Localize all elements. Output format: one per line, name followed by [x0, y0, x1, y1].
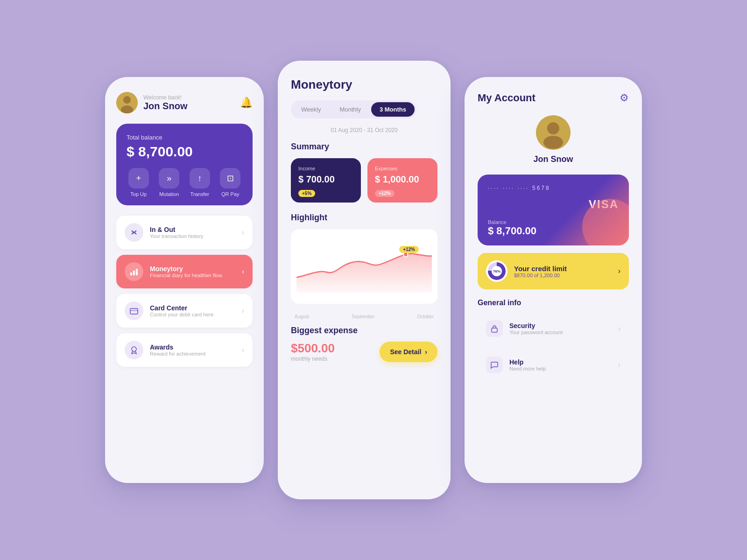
tab-3months[interactable]: 3 Months [371, 102, 415, 117]
gear-icon[interactable]: ⚙ [620, 92, 629, 104]
see-detail-arrow-icon: › [425, 348, 427, 356]
balance-amount: $ 8,700.00 [127, 144, 242, 160]
avatar [116, 92, 138, 113]
welcome-text: Welcome back! [143, 94, 240, 101]
see-detail-label: See Detail [390, 348, 421, 356]
p1-header: Welcome back! Jon Snow 🔔 [116, 92, 253, 113]
awards-icon [125, 341, 143, 359]
summary-title: Summary [291, 142, 437, 152]
p1-header-text: Welcome back! Jon Snow [143, 94, 240, 112]
summary-cards: Income $ 700.00 +5% Expenses $ 1,000.00 … [291, 158, 437, 203]
biggest-expense-title: Biggest expense [291, 326, 437, 336]
biggest-expense-info: $500.00 monthly needs [291, 341, 335, 362]
inout-text: In & Out Your transaction history [150, 226, 242, 239]
biggest-expense-row: $500.00 monthly needs See Detail › [291, 341, 437, 362]
moneytory-page-title: Moneytory [291, 77, 437, 92]
mutation-action[interactable]: » Mutation [159, 168, 179, 197]
expense-card: Expenses $ 1,000.00 +12% [367, 158, 437, 203]
income-card: Income $ 700.00 +5% [291, 158, 361, 203]
profile-avatar [536, 115, 571, 150]
credit-chevron-icon: › [618, 267, 620, 275]
menu-item-inout[interactable]: In & Out Your transaction history › [116, 216, 253, 249]
topup-action[interactable]: + Top Up [128, 168, 149, 197]
inout-chevron-icon: › [242, 228, 244, 237]
credit-donut-chart: 76% [486, 260, 507, 282]
highlight-chart: +12% [291, 229, 437, 304]
svg-point-1 [123, 96, 131, 104]
time-tabs: Weekly Monthly 3 Months [291, 100, 416, 119]
qrpay-button[interactable]: ⊡ [220, 168, 240, 189]
cardcenter-title: Card Center [150, 304, 242, 312]
chart-badge: +12% [399, 246, 419, 253]
menu-item-moneytory[interactable]: Moneytory Financial diary for healthier … [116, 255, 253, 288]
biggest-sub: monthly needs [291, 356, 335, 362]
profile-section: Jon Snow [478, 115, 629, 164]
expense-amount: $ 1,000.00 [375, 174, 430, 185]
help-text: Help Need more help [509, 358, 618, 371]
menu-item-cardcenter[interactable]: Card Center Control your debit card here… [116, 294, 253, 328]
svg-rect-13 [492, 328, 497, 332]
chart-label-august: August [295, 314, 309, 319]
svg-rect-4 [133, 271, 135, 275]
credit-limit-button[interactable]: 76% Your credit limit $870.00 of 1,200.0… [478, 253, 629, 289]
cardcenter-sub: Control your debit card here [150, 312, 242, 317]
mutation-button[interactable]: » [159, 168, 179, 189]
chart-labels: August September October [291, 314, 437, 319]
moneytory-chevron-icon: › [242, 267, 244, 276]
menu-item-awards[interactable]: Awards Reward for achievement › [116, 333, 253, 367]
see-detail-button[interactable]: See Detail › [380, 342, 437, 362]
chart-label-october: October [417, 314, 434, 319]
awards-title: Awards [150, 343, 242, 351]
user-name: Jon Snow [143, 101, 240, 112]
general-info-title: General info [478, 299, 629, 307]
inout-title: In & Out [150, 226, 242, 233]
card-number: ···· ···· ···· 5678 [488, 185, 619, 191]
transfer-button[interactable]: ↑ [190, 168, 210, 189]
credit-card: ···· ···· ···· 5678 VISA Balance $ 8,700… [478, 175, 629, 245]
security-text: Security Your password account [509, 322, 618, 335]
transfer-action[interactable]: ↑ Transfer [190, 168, 210, 197]
svg-rect-7 [130, 310, 138, 311]
income-badge: +5% [298, 190, 315, 197]
svg-rect-3 [130, 273, 132, 275]
qrpay-action[interactable]: ⊡ QR Pay [220, 168, 240, 197]
security-sub: Your password account [509, 329, 618, 335]
lock-icon [486, 320, 503, 337]
myaccount-title: My Account [478, 92, 536, 104]
moneytory-title: Moneytory [150, 265, 242, 273]
info-item-security[interactable]: Security Your password account › [478, 313, 629, 344]
cardcenter-text: Card Center Control your debit card here [150, 304, 242, 317]
expense-label: Expenses [375, 166, 430, 171]
moneytory-icon [125, 262, 143, 281]
donut-chart: 76% [488, 262, 506, 280]
balance-label: Total balance [127, 134, 242, 141]
credit-info: Your credit limit $870.00 of 1,200.00 [514, 265, 618, 278]
transfer-label: Transfer [190, 191, 209, 197]
svg-point-12 [543, 136, 563, 149]
help-chevron-icon: › [618, 361, 620, 369]
tab-weekly[interactable]: Weekly [293, 102, 329, 117]
tab-monthly[interactable]: Monthly [331, 102, 369, 117]
highlight-title: Highlight [291, 213, 437, 223]
bell-icon[interactable]: 🔔 [240, 97, 253, 109]
moneytory-text: Moneytory Financial diary for healthier … [150, 265, 242, 278]
credit-sub: $870.00 of 1,200.00 [514, 273, 618, 278]
expense-badge: +12% [375, 190, 395, 197]
security-chevron-icon: › [618, 324, 620, 333]
awards-sub: Reward for achievement [150, 351, 242, 357]
quick-actions: + Top Up » Mutation ↑ Transfer ⊡ QR Pay [127, 168, 242, 197]
p3-header: My Account ⚙ [478, 92, 629, 104]
info-item-help[interactable]: Help Need more help › [478, 349, 629, 381]
moneytory-sub: Financial diary for healthier flow [150, 273, 242, 278]
chart-label-september: September [352, 314, 374, 319]
phone-2: Moneytory Weekly Monthly 3 Months 01 Aug… [278, 61, 451, 499]
inout-icon [125, 223, 143, 242]
svg-point-8 [132, 347, 136, 351]
cardcenter-chevron-icon: › [242, 307, 244, 315]
date-range: 01 Aug 2020 - 31 Oct 2020 [291, 127, 437, 133]
awards-chevron-icon: › [242, 346, 244, 354]
profile-name: Jon Snow [534, 154, 573, 164]
credit-title: Your credit limit [514, 265, 618, 273]
topup-button[interactable]: + [128, 168, 149, 189]
topup-label: Top Up [130, 191, 147, 197]
